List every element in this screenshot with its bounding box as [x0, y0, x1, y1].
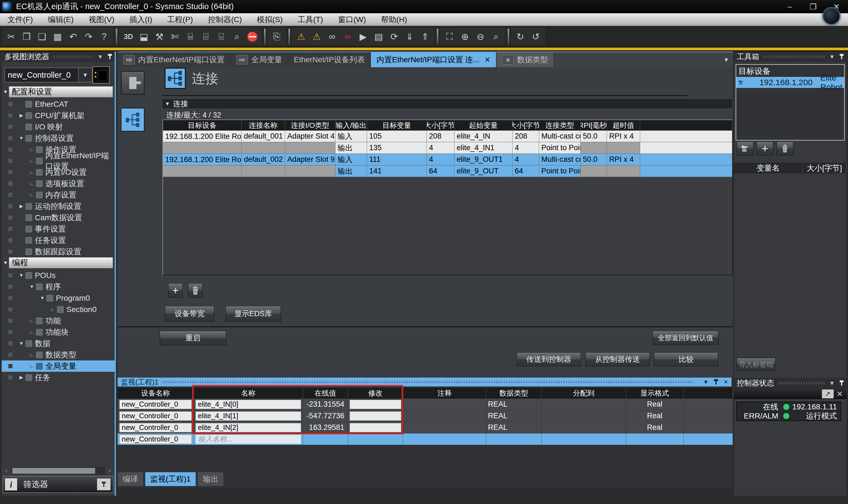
sidebar-item-controller-settings[interactable]: ▼控制器设置 — [2, 132, 114, 144]
cell-size2[interactable]: 4 — [513, 142, 539, 154]
tab-overflow-icon[interactable]: ▼ — [723, 57, 729, 63]
offline-edit-icon[interactable]: ⎘ — [269, 29, 284, 44]
sidebar-item-memory-settings[interactable]: ∟内存设置 — [2, 189, 114, 201]
menu-edit[interactable]: 编辑(E) — [40, 13, 81, 26]
target-device-item[interactable]: 192.168.1.200 Elite Robot — [736, 77, 844, 88]
cell-target-device[interactable]: 192.168.1.200 Elite Robot 机器人 — [163, 130, 242, 142]
expander[interactable]: ▼ — [28, 284, 36, 290]
cell-target-variable[interactable]: 105 — [367, 130, 427, 142]
col-target-device[interactable]: 目标设备 — [163, 120, 242, 130]
sidebar-item-builtin-ethernet-ip[interactable]: ∟内置EtherNet/IP端口设置 — [2, 155, 114, 166]
expander[interactable]: ▼ — [38, 295, 47, 301]
check-all-programs-icon[interactable]: ∞ — [340, 29, 355, 44]
menu-project[interactable]: 工程(P) — [160, 13, 200, 26]
restart-button[interactable]: 重启 — [160, 331, 226, 345]
watch-window-icon[interactable]: ⌸ — [183, 29, 198, 44]
cell-timeout[interactable]: RPI x 4 — [607, 154, 640, 165]
cell-size1[interactable]: 4 — [427, 142, 455, 154]
col-target-variable[interactable]: 目标变量 — [367, 120, 427, 130]
expander[interactable]: ▼ — [17, 341, 25, 346]
cell-target-variable[interactable]: 141 — [367, 165, 427, 177]
device-name-field[interactable]: new_Controller_0 — [119, 400, 192, 409]
add-device-button[interactable]: + — [757, 142, 773, 156]
drag-handle[interactable] — [54, 55, 93, 58]
menu-simulation[interactable]: 模拟(S) — [249, 13, 290, 26]
window-layout-icon[interactable]: ⬓ — [136, 29, 152, 44]
cell-connection-type[interactable]: Point to Point connection — [539, 165, 581, 177]
col-size2[interactable]: 大小[字节] — [513, 120, 539, 130]
sidebar-item-data-types[interactable]: ∟数据类型 — [2, 349, 114, 360]
copy-icon[interactable]: ❐ — [19, 29, 34, 44]
menu-help[interactable]: 帮助(H) — [373, 13, 414, 26]
cross-reference-icon[interactable]: ⌹ — [198, 29, 214, 44]
zoom-100-icon[interactable]: ⌕ — [488, 29, 504, 44]
cell-direction[interactable]: 输入 — [335, 154, 367, 165]
col-device-name[interactable]: 设备名称 — [118, 388, 194, 399]
cell-size2[interactable]: 4 — [513, 154, 539, 165]
sidebar-item-motion-control[interactable]: ▶运动控制设置 — [2, 201, 114, 212]
view-3d-icon[interactable]: 3D — [121, 29, 136, 44]
chevron-down-icon[interactable]: ▼ — [98, 54, 103, 60]
sidebar-item-option-board[interactable]: ∟选项板设置 — [2, 178, 114, 189]
cell-direction[interactable]: 输入 — [335, 130, 367, 142]
tab-build[interactable]: 编译 — [118, 472, 143, 486]
search-binoculars-icon[interactable]: ⌕ — [229, 29, 245, 44]
col-io-type[interactable]: 连接I/O类型 — [285, 120, 335, 130]
pin-icon[interactable] — [108, 53, 112, 60]
expander[interactable]: ▼ — [17, 136, 25, 141]
paste-icon[interactable]: ❏ — [34, 29, 50, 44]
zoom-out-icon[interactable]: ⊖ — [473, 29, 488, 44]
section-programming[interactable]: ▼ 编程 — [9, 257, 113, 268]
cell-origin-variable[interactable]: elite_4_IN1 — [455, 142, 513, 154]
tab-ethernet-ip-device-list[interactable]: EtherNet/IP设备列表 — [288, 52, 371, 67]
download-to-controller-icon[interactable]: ⇓ — [402, 29, 417, 44]
synchronize-icon[interactable]: ⟳ — [386, 29, 402, 44]
col-size-bytes[interactable]: 大小[字节] — [802, 163, 846, 174]
cell-target-variable[interactable]: 135 — [367, 142, 427, 154]
trim-icon[interactable]: ✄ — [167, 29, 183, 44]
zoom-in-icon[interactable]: ⊕ — [457, 29, 473, 44]
sidebar-item-cpu-rack[interactable]: ▶CPU/扩展机架 — [2, 110, 114, 121]
cut-icon[interactable]: ✂ — [3, 29, 19, 44]
chevron-down-icon[interactable]: ▼ — [829, 380, 835, 386]
sidebar-item-data-trace[interactable]: 数据跟踪设置 — [2, 246, 114, 257]
menu-insert[interactable]: 插入(I) — [122, 13, 159, 26]
maximize-button[interactable]: ❐ — [801, 0, 825, 13]
watch-new-row[interactable]: new_Controller_0 输入名称... — [118, 433, 733, 445]
tab-builtin-ethernet-ip-settings[interactable]: eip 内置EtherNet/IP端口设置 — [118, 52, 231, 67]
drag-handle[interactable] — [764, 55, 825, 58]
collapse-arrow-icon[interactable]: ▼ — [3, 89, 8, 95]
cell-size2[interactable]: 208 — [513, 130, 539, 142]
sidebar-item-event-settings[interactable]: 事件设置 — [2, 223, 114, 235]
cell-connection-type[interactable]: Multi-cast connection — [539, 154, 581, 165]
drag-handle[interactable] — [779, 382, 825, 384]
rebuild-icon[interactable]: ⚠ — [309, 29, 324, 44]
col-timeout[interactable]: 超时值 — [607, 120, 640, 130]
cell-rpi[interactable]: 50.0 — [581, 154, 607, 165]
tab-watch-project-1[interactable]: 监视(工程)1 — [145, 472, 196, 486]
controller-select[interactable]: new_Controller_0 ▼ — [4, 68, 92, 83]
cell-direction[interactable]: 输出 — [335, 142, 367, 154]
pin-icon[interactable] — [840, 53, 844, 60]
close-icon[interactable]: ✕ — [837, 390, 843, 399]
cell-rpi[interactable]: 50.0 — [581, 130, 607, 142]
menu-file[interactable]: 文件(F) — [0, 13, 40, 26]
display-format-cell[interactable]: Real — [626, 399, 684, 410]
connection-row-selected[interactable]: 192.168.1.200 Elite Robot 机器人 default_00… — [163, 154, 732, 165]
delete-connection-button[interactable] — [188, 283, 202, 298]
cell-target-variable[interactable]: 111 — [367, 154, 427, 165]
new-variable-input[interactable]: 输入名称... — [195, 435, 301, 444]
sidebar-item-function-blocks[interactable]: ∟功能块 — [2, 326, 114, 338]
col-origin-variable[interactable]: 起始变量 — [455, 120, 513, 130]
sidebar-item-programs[interactable]: ▼程序 — [2, 281, 114, 292]
troubleshoot-icon[interactable]: ⛔ — [245, 29, 260, 44]
menu-window[interactable]: 窗口(W) — [331, 13, 373, 26]
cell-direction[interactable]: 输出 — [335, 165, 367, 177]
register-tag-set-button[interactable] — [737, 142, 753, 156]
display-format-cell[interactable]: Real — [626, 410, 684, 422]
cell-origin-variable[interactable]: elite_9_OUT — [455, 165, 513, 177]
connection-section-header[interactable]: ▼ 连接 — [162, 98, 733, 109]
filter-bar[interactable]: i 筛选器 — [3, 476, 113, 493]
cell-connection-name[interactable]: default_002 — [242, 154, 285, 165]
pin-icon[interactable] — [97, 478, 111, 490]
